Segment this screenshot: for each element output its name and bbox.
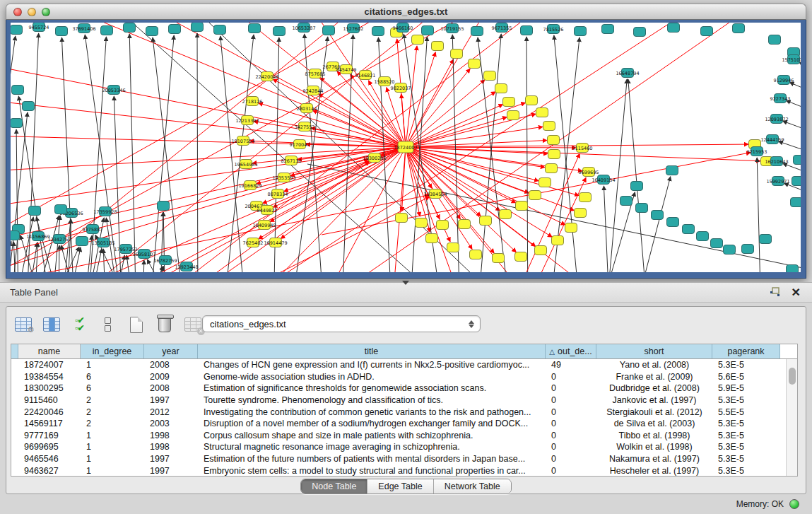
graph-node[interactable] <box>794 156 801 165</box>
table-cell[interactable]: Investigating the contribution of common… <box>198 407 546 417</box>
table-cell[interactable]: Yano et al. (2008) <box>596 360 712 370</box>
graph-node[interactable] <box>579 193 592 202</box>
graph-node[interactable] <box>412 35 424 45</box>
table-cell[interactable]: 22420046 <box>18 407 81 417</box>
table-cell[interactable]: 5.3E-5 <box>712 395 780 405</box>
graph-node[interactable] <box>124 23 136 33</box>
graph-node[interactable] <box>668 23 680 33</box>
column-header-indegree[interactable]: in_degree <box>81 344 144 358</box>
table-cell[interactable]: 9115460 <box>18 395 81 405</box>
table-cell[interactable]: 0 <box>546 466 596 476</box>
table-cell[interactable]: 1 <box>81 360 144 370</box>
table-cell[interactable]: Changes of HCN gene expression and I(f) … <box>198 360 546 370</box>
graph-node[interactable] <box>548 136 560 145</box>
table-cell[interactable]: 0 <box>546 383 596 393</box>
graph-node[interactable] <box>742 245 754 254</box>
graph-node[interactable]: 15751074 <box>782 55 801 64</box>
table-cell[interactable]: Estimation of significance thresholds fo… <box>198 383 546 393</box>
clear-selection-icon[interactable] <box>98 315 117 334</box>
column-header-year[interactable]: year <box>144 344 198 358</box>
graph-node[interactable] <box>516 201 528 211</box>
graph-node[interactable]: 8878334 <box>268 189 288 199</box>
graph-node[interactable] <box>249 24 261 33</box>
table-cell[interactable]: 9777169 <box>18 431 81 440</box>
table-row[interactable]: 1938455462009Genome-wide association stu… <box>11 371 797 383</box>
graph-node[interactable] <box>469 59 481 69</box>
table-cell[interactable]: 2 <box>81 395 144 405</box>
graph-node[interactable]: 12444159 <box>760 135 784 144</box>
table-cell[interactable]: 6 <box>81 383 144 393</box>
table-cell[interactable]: 18724007 <box>18 360 81 370</box>
tab-network-table[interactable]: Network Table <box>434 479 511 493</box>
graph-node[interactable] <box>631 182 643 191</box>
table-cell[interactable]: 1997 <box>144 454 198 464</box>
graph-node[interactable]: 9699695 <box>579 168 599 177</box>
graph-node[interactable] <box>146 27 158 36</box>
graph-node[interactable] <box>760 235 772 244</box>
graph-node[interactable]: 9146821 <box>355 71 376 80</box>
table-cell[interactable]: Franke et al. (2009) <box>596 372 712 382</box>
graph-node[interactable] <box>546 164 558 173</box>
table-row[interactable]: 969969511998Structural magnetic resonanc… <box>11 441 797 453</box>
float-panel-icon[interactable] <box>769 287 782 298</box>
table-cell[interactable]: 1998 <box>144 431 198 440</box>
graph-node[interactable] <box>666 166 678 175</box>
graph-node[interactable] <box>323 26 335 35</box>
citation-graph[interactable]: 1872400718300295193845549115460969969522… <box>11 23 801 272</box>
graph-node[interactable] <box>529 191 541 200</box>
table-cell[interactable]: Disruption of a novel member of a sodium… <box>198 419 546 428</box>
table-cell[interactable]: de Silva et al. (2003) <box>596 419 712 428</box>
graph-node[interactable] <box>426 234 438 243</box>
table-cell[interactable]: Dudbridge et al. (2008) <box>596 383 712 393</box>
graph-node[interactable] <box>480 216 492 226</box>
graph-node[interactable]: 16914479 <box>264 238 287 247</box>
delete-table-icon[interactable]: ✕ <box>183 315 202 334</box>
graph-node[interactable] <box>565 223 577 233</box>
graph-node[interactable] <box>539 178 551 187</box>
table-cell[interactable]: Embryonic stem cells: a model to study s… <box>198 466 546 476</box>
table-cell[interactable]: 49 <box>546 360 596 370</box>
table-cell[interactable]: 0 <box>546 442 596 452</box>
table-settings-icon[interactable]: ⚙ <box>13 315 33 334</box>
table-cell[interactable]: 0 <box>546 372 596 382</box>
graph-node[interactable]: 8267130 <box>281 156 302 165</box>
graph-node[interactable]: 7815526 <box>543 25 564 34</box>
select-rows-icon[interactable]: ▫✔▫✔ <box>70 315 89 334</box>
graph-node[interactable] <box>701 27 713 36</box>
graph-node[interactable] <box>575 209 587 218</box>
graph-node[interactable] <box>451 49 463 59</box>
table-cell[interactable]: Structural magnetic resonance image aver… <box>198 442 546 452</box>
graph-node[interactable]: 3427552 <box>295 122 315 132</box>
graph-node[interactable] <box>575 27 587 36</box>
close-panel-icon[interactable]: ✕ <box>792 287 801 298</box>
graph-node[interactable] <box>471 27 483 36</box>
graph-node[interactable] <box>11 25 23 35</box>
graph-node[interactable] <box>192 23 204 32</box>
column-header-name[interactable]: name <box>18 344 81 358</box>
table-row[interactable]: 977716911998Corpus callosum shape and si… <box>11 430 797 442</box>
graph-node[interactable] <box>697 232 709 241</box>
graph-node[interactable]: 7625402 <box>243 238 264 247</box>
graph-node[interactable] <box>500 210 512 219</box>
graph-node[interactable]: 17359928 <box>93 207 117 216</box>
table-cell[interactable]: 9465546 <box>18 454 81 464</box>
graph-node[interactable] <box>55 205 67 214</box>
graph-node[interactable] <box>791 198 801 207</box>
table-cell[interactable]: 18300295 <box>18 383 81 393</box>
graph-node[interactable]: 12213393 <box>235 116 259 125</box>
graph-node[interactable] <box>724 245 736 255</box>
graph-node[interactable] <box>459 220 471 229</box>
column-header-short[interactable]: short <box>596 344 712 358</box>
table-cell[interactable]: 0 <box>546 407 596 417</box>
table-cell[interactable]: 0 <box>546 431 596 440</box>
table-row[interactable]: 911546021997Tourette syndrome. Phenomeno… <box>11 395 797 407</box>
graph-node[interactable] <box>535 246 547 255</box>
splitter-handle-icon[interactable] <box>402 281 409 285</box>
graph-node[interactable] <box>396 214 408 223</box>
table-cell[interactable]: 5.5E-5 <box>712 407 780 417</box>
table-row[interactable]: 1830029562008Estimation of significance … <box>11 382 797 395</box>
table-cell[interactable]: 2003 <box>144 419 198 428</box>
column-header-title[interactable]: title <box>198 344 546 358</box>
graph-node[interactable] <box>683 225 695 234</box>
graph-node[interactable] <box>101 26 113 35</box>
